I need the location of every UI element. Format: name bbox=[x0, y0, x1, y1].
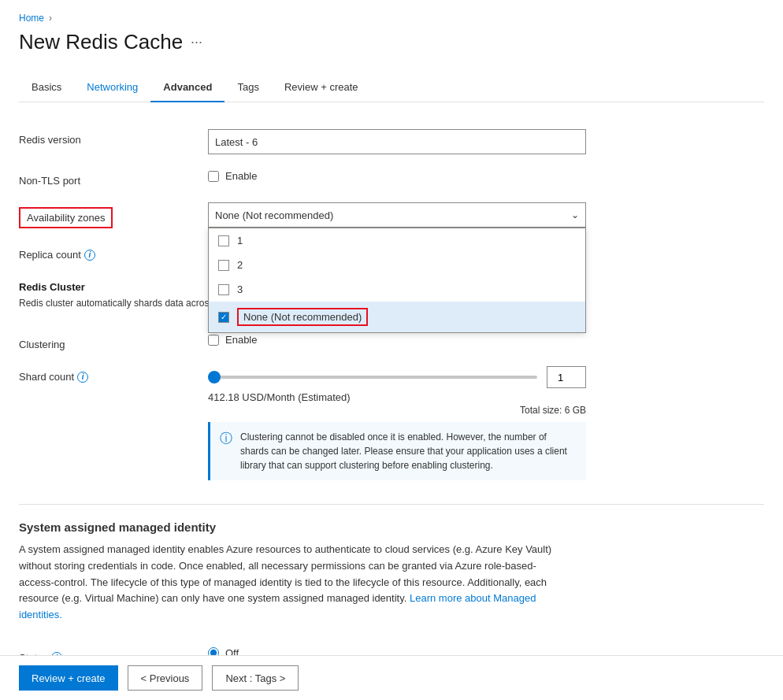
replica-count-label: Replica count i bbox=[19, 244, 192, 261]
dropdown-checkbox-3 bbox=[218, 284, 229, 295]
availability-zones-panel: 1 2 3 ✓ None (Not recommended) bbox=[208, 228, 586, 333]
dropdown-option-2[interactable]: 2 bbox=[209, 253, 585, 277]
clustering-info-text: Clustering cannot be disabled once it is… bbox=[240, 430, 577, 472]
managed-identity-section: System assigned managed identity A syste… bbox=[19, 520, 764, 624]
divider-1 bbox=[19, 504, 764, 505]
clustering-checkbox[interactable] bbox=[208, 335, 219, 346]
shard-count-slider-container bbox=[208, 366, 586, 388]
price-estimate: 412.18 USD/Month (Estimated) bbox=[208, 391, 764, 403]
non-tls-port-checkbox-label: Enable bbox=[225, 170, 257, 182]
total-size: Total size: 6 GB bbox=[208, 405, 586, 416]
shard-count-control: 412.18 USD/Month (Estimated) Total size:… bbox=[208, 366, 764, 480]
shard-count-label: Shard count i bbox=[19, 366, 192, 383]
review-create-button[interactable]: Review + create bbox=[19, 665, 118, 691]
managed-identity-desc: A system assigned managed identity enabl… bbox=[19, 542, 570, 624]
clustering-info-box: ⓘ Clustering cannot be disabled once it … bbox=[208, 422, 586, 480]
redis-version-label: Redis version bbox=[19, 129, 192, 146]
replica-count-info-icon[interactable]: i bbox=[84, 250, 95, 261]
breadcrumb-home[interactable]: Home bbox=[19, 13, 44, 24]
shard-count-input[interactable] bbox=[547, 366, 586, 388]
shard-count-label-text: Shard count bbox=[19, 371, 74, 383]
dropdown-option-1[interactable]: 1 bbox=[209, 228, 585, 253]
dropdown-option-label-2: 2 bbox=[237, 259, 243, 271]
managed-identity-title: System assigned managed identity bbox=[19, 520, 764, 534]
non-tls-port-label: Non-TLS port bbox=[19, 170, 192, 187]
shard-count-info-icon[interactable]: i bbox=[77, 372, 88, 383]
breadcrumb-separator: › bbox=[49, 13, 52, 24]
dropdown-option-label-none: None (Not recommended) bbox=[237, 308, 368, 326]
clustering-checkbox-label: Enable bbox=[225, 334, 257, 346]
previous-button[interactable]: < Previous bbox=[128, 665, 203, 691]
tab-networking[interactable]: Networking bbox=[74, 73, 150, 102]
dropdown-option-label-1: 1 bbox=[237, 235, 243, 246]
availability-zones-row: Availability zones None (Not recommended… bbox=[19, 194, 764, 236]
dropdown-option-3[interactable]: 3 bbox=[209, 277, 585, 302]
non-tls-port-control: Enable bbox=[208, 170, 764, 182]
shard-count-row: Shard count i 412.18 USD/Month (Estimate… bbox=[19, 358, 764, 488]
dropdown-checkbox-2 bbox=[218, 260, 229, 271]
info-circle-icon: ⓘ bbox=[220, 431, 232, 472]
availability-zones-control: None (Not recommended) ⌄ 1 2 3 bbox=[208, 202, 764, 228]
dropdown-checkbox-1 bbox=[218, 235, 229, 246]
tab-review-create[interactable]: Review + create bbox=[272, 73, 371, 102]
dropdown-checkbox-none: ✓ bbox=[218, 312, 229, 323]
non-tls-port-checkbox[interactable] bbox=[208, 171, 219, 182]
clustering-control: Enable bbox=[208, 334, 764, 346]
redis-version-input[interactable] bbox=[208, 129, 586, 154]
tab-basics[interactable]: Basics bbox=[19, 73, 74, 102]
availability-zones-dropdown[interactable]: None (Not recommended) ⌄ 1 2 3 bbox=[208, 202, 586, 228]
dropdown-option-label-3: 3 bbox=[237, 283, 243, 295]
next-button[interactable]: Next : Tags > bbox=[212, 665, 299, 691]
redis-version-control bbox=[208, 129, 764, 154]
availability-zones-value: None (Not recommended) bbox=[215, 209, 333, 221]
page-menu-icon[interactable]: ··· bbox=[191, 34, 202, 50]
footer: Review + create < Previous Next : Tags > bbox=[0, 655, 783, 700]
availability-zones-label-wrapper: Availability zones bbox=[19, 202, 192, 228]
shard-count-slider[interactable] bbox=[208, 376, 537, 379]
check-icon: ✓ bbox=[221, 313, 227, 321]
non-tls-port-row: Non-TLS port Enable bbox=[19, 162, 764, 194]
breadcrumb: Home › bbox=[19, 13, 764, 24]
page-title: New Redis Cache bbox=[19, 30, 183, 54]
availability-zones-label: Availability zones bbox=[19, 207, 113, 228]
chevron-down-icon: ⌄ bbox=[571, 209, 579, 220]
redis-version-row: Redis version bbox=[19, 121, 764, 162]
tab-advanced[interactable]: Advanced bbox=[150, 73, 225, 102]
replica-count-label-text: Replica count bbox=[19, 249, 81, 261]
clustering-label: Clustering bbox=[19, 334, 192, 350]
tab-tags[interactable]: Tags bbox=[225, 73, 271, 102]
dropdown-option-none[interactable]: ✓ None (Not recommended) bbox=[209, 302, 585, 332]
tab-bar: Basics Networking Advanced Tags Review +… bbox=[19, 73, 764, 102]
availability-zones-selected[interactable]: None (Not recommended) ⌄ bbox=[208, 202, 586, 228]
